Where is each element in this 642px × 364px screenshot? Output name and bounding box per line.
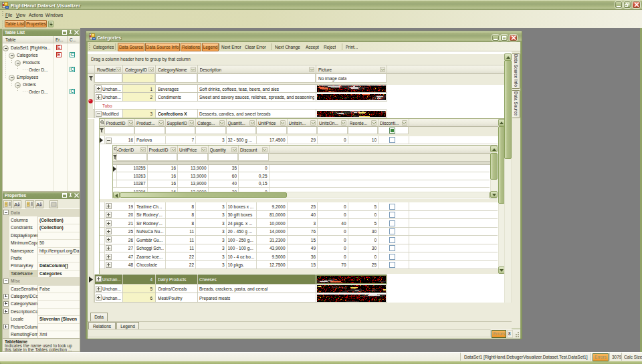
svg-text:A: A <box>36 202 40 207</box>
svg-text:A: A <box>14 202 18 207</box>
